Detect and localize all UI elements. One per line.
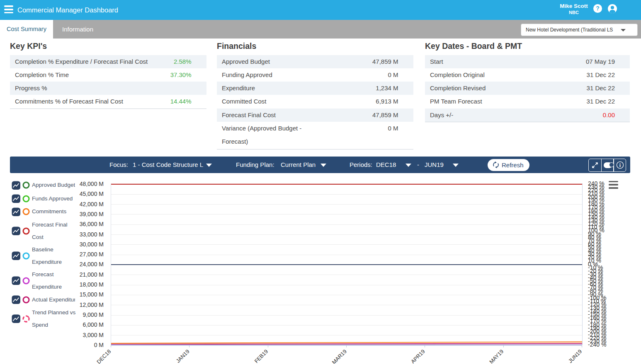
svg-text:?: ? — [596, 5, 599, 12]
svg-text:i: i — [619, 162, 621, 168]
